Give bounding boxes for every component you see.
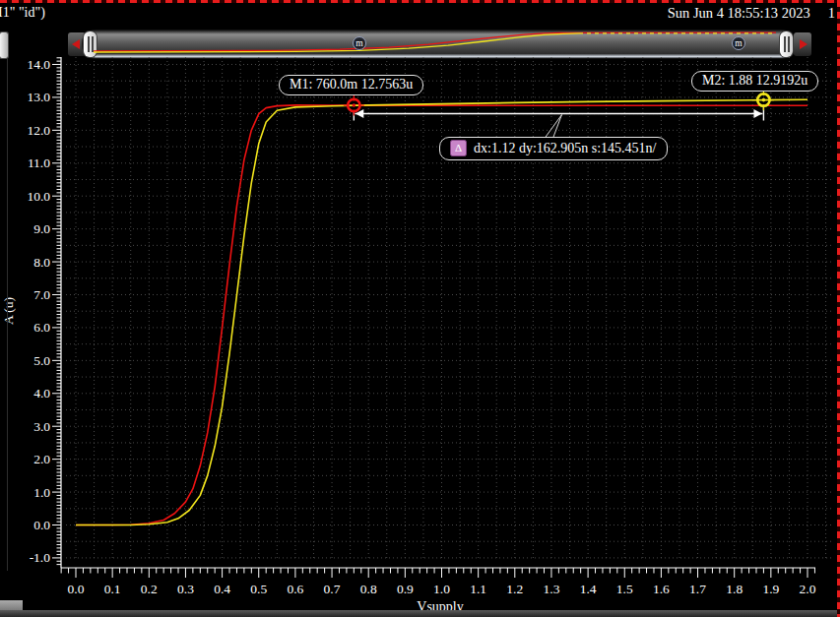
- x-tick-label: 1.9: [762, 582, 779, 596]
- y-tick-label: 12.0: [27, 123, 50, 138]
- y-tick-label: 10.0: [27, 189, 50, 204]
- left-edge-scrollbar-fragment[interactable]: [0, 32, 8, 58]
- x-tick-label: 1.0: [433, 582, 450, 596]
- x-tick-label: 0.4: [214, 582, 230, 596]
- y-tick-label: 6.0: [33, 320, 50, 335]
- y-tick-label: 4.0: [33, 386, 50, 401]
- y-tick-label: 14.0: [27, 57, 50, 72]
- y-axis-label: A (u): [1, 297, 16, 325]
- x-tick-label: 0.7: [324, 582, 341, 596]
- delta-callout-leader: [545, 115, 562, 139]
- x-tick-label: 1.2: [506, 582, 523, 596]
- waveform-window: I1" "id") Sun Jun 4 18:55:13 20231 Vsupp…: [0, 0, 840, 617]
- x-tick-label: 0.6: [287, 582, 303, 596]
- y-tick-label: 3.0: [33, 419, 50, 434]
- marker-m1-label[interactable]: M1: 760.0m 12.7563u: [279, 75, 423, 95]
- axis-rulers: [52, 57, 815, 578]
- x-tick-label: 1.1: [470, 582, 486, 596]
- preview-trace-red: [94, 32, 776, 51]
- y-tick-label: -1.0: [30, 550, 51, 565]
- x-tick-label: 0.8: [360, 582, 377, 596]
- scrollbar-trace-preview: [94, 32, 776, 52]
- marker-m2-label[interactable]: M2: 1.88 12.9192u: [691, 71, 818, 92]
- scrollbar-marker1-badge[interactable]: m: [353, 36, 366, 50]
- y-tick-label: 11.0: [28, 155, 50, 170]
- y-tick-label: 8.0: [33, 255, 50, 270]
- selection-border-top: [0, 0, 840, 3]
- delta-measure-line: [354, 106, 763, 139]
- x-tick-label: 1.7: [689, 582, 706, 596]
- y-tick-label: 5.0: [33, 353, 50, 368]
- x-tick-label: 0.2: [141, 582, 158, 596]
- bottom-window-edge: [0, 610, 840, 617]
- x-tick-label: 0.0: [68, 582, 85, 596]
- x-tick-label: 2.0: [800, 582, 816, 596]
- axis-tick-labels: -1.00.01.02.03.04.05.06.07.08.09.010.011…: [27, 57, 815, 596]
- y-tick-label: 13.0: [27, 90, 50, 104]
- x-tick-label: 0.5: [250, 582, 267, 596]
- x-tick-label: 1.3: [544, 582, 560, 596]
- y-tick-label: 7.0: [33, 287, 50, 302]
- scrollbar-marker2-badge[interactable]: m: [732, 36, 745, 50]
- x-tick-label: 1.8: [726, 582, 743, 596]
- x-tick-label: 1.4: [580, 582, 597, 596]
- x-tick-label: 1.6: [653, 582, 670, 596]
- delta-icon: Δ: [450, 140, 467, 156]
- x-tick-label: 1.5: [616, 582, 633, 596]
- y-tick-label: 0.0: [33, 518, 50, 532]
- left-subwindow-border: [7, 59, 8, 571]
- y-tick-label: 9.0: [33, 221, 50, 236]
- y-tick-label: 2.0: [33, 452, 50, 466]
- x-tick-label: 0.3: [177, 582, 194, 596]
- y-tick-label: 1.0: [33, 485, 50, 500]
- delta-arrowhead-right: [753, 109, 762, 118]
- x-tick-label: 0.1: [104, 582, 121, 596]
- x-tick-label: 0.9: [397, 582, 414, 596]
- delta-label[interactable]: Δ dx:1.12 dy:162.905n s:145.451n/: [439, 137, 668, 160]
- grid: [66, 57, 832, 558]
- delta-text: dx:1.12 dy:162.905n s:145.451n/: [474, 141, 657, 156]
